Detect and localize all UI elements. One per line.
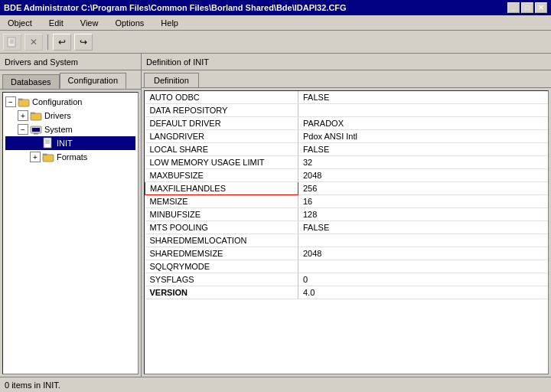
property-value: 128 xyxy=(298,208,549,221)
title-bar-controls: _ □ ✕ xyxy=(507,2,547,13)
left-tabs: Databases Configuration xyxy=(0,70,141,90)
tab-databases[interactable]: Databases xyxy=(2,74,60,89)
property-name: MAXBUFSIZE xyxy=(145,169,298,182)
property-row[interactable]: SQLQRYMODE xyxy=(145,260,549,273)
folder-icon xyxy=(30,123,42,136)
new-button[interactable] xyxy=(3,34,21,51)
toolbar-separator xyxy=(47,34,48,50)
property-value xyxy=(298,260,549,273)
tree-item-configuration[interactable]: −Configuration xyxy=(5,95,135,109)
property-row[interactable]: AUTO ODBCFALSE xyxy=(145,91,549,104)
property-row[interactable]: MTS POOLINGFALSE xyxy=(145,221,549,234)
left-panel: Drivers and System Databases Configurati… xyxy=(0,54,142,377)
toolbar: ✕ ↩ ↪ xyxy=(0,31,551,54)
property-value: PARADOX xyxy=(298,117,549,130)
property-name: LANGDRIVER xyxy=(145,130,298,143)
svg-rect-0 xyxy=(8,38,15,47)
property-row[interactable]: DEFAULT DRIVERPARADOX xyxy=(145,117,549,130)
property-row[interactable]: SYSFLAGS0 xyxy=(145,273,549,286)
property-row[interactable]: LOW MEMORY USAGE LIMIT32 xyxy=(145,156,549,169)
property-value: 32 xyxy=(298,156,549,169)
right-tabs: Definition xyxy=(142,70,551,88)
menu-item-object[interactable]: Object xyxy=(3,17,37,29)
tree-item-system[interactable]: −System xyxy=(5,122,135,136)
property-name: DATA REPOSITORY xyxy=(145,104,298,117)
tree-expand-icon[interactable]: + xyxy=(30,152,41,162)
property-name: MTS POOLING xyxy=(145,221,298,234)
svg-rect-8 xyxy=(34,133,38,135)
property-value: 2048 xyxy=(298,247,549,260)
property-name: SQLQRYMODE xyxy=(145,260,298,273)
svg-rect-4 xyxy=(18,100,29,106)
tab-configuration[interactable]: Configuration xyxy=(60,73,126,89)
svg-rect-5 xyxy=(31,113,41,120)
property-value: 4.0 xyxy=(298,286,549,299)
left-panel-title: Drivers and System xyxy=(5,57,78,67)
property-name: SHAREDMEMLOCATION xyxy=(145,234,298,247)
tree-item-drivers[interactable]: +Drivers xyxy=(5,109,135,122)
right-panel: Definition of INIT Definition AUTO ODBCF… xyxy=(142,54,551,377)
tree-expand-icon[interactable]: − xyxy=(5,96,16,107)
minimize-button[interactable]: _ xyxy=(507,2,520,13)
property-row[interactable]: MAXFILEHANDLES256 xyxy=(145,182,549,195)
property-value: FALSE xyxy=(298,143,549,156)
property-row[interactable]: MINBUFSIZE128 xyxy=(145,208,549,221)
menu-item-view[interactable]: View xyxy=(76,17,103,29)
properties-area: AUTO ODBCFALSEDATA REPOSITORYDEFAULT DRI… xyxy=(144,90,549,374)
property-row[interactable]: DATA REPOSITORY xyxy=(145,104,549,117)
svg-rect-13 xyxy=(43,155,54,162)
status-text: 0 items in INIT. xyxy=(5,381,60,390)
folder-icon xyxy=(42,151,54,163)
property-value xyxy=(298,234,549,247)
property-value: 0 xyxy=(298,273,549,286)
tree-view: −Configuration+Drivers−SystemINIT+Format… xyxy=(2,92,139,374)
tree-expand-icon[interactable]: + xyxy=(18,110,28,121)
tree-label: Formats xyxy=(57,152,87,162)
property-row[interactable]: MEMSIZE16 xyxy=(145,195,549,208)
undo-button[interactable]: ↩ xyxy=(53,34,71,51)
properties-table: AUTO ODBCFALSEDATA REPOSITORYDEFAULT DRI… xyxy=(145,91,548,299)
folder-icon xyxy=(18,96,30,108)
property-row[interactable]: VERSION4.0 xyxy=(145,286,549,299)
property-value: Pdox ANSI Intl xyxy=(298,130,549,143)
property-value: 16 xyxy=(298,195,549,208)
property-value: 256 xyxy=(298,182,549,195)
title-text: BDE Administrator C:\Program Files\Commo… xyxy=(4,3,347,12)
tree-expand-icon[interactable]: − xyxy=(18,124,28,135)
tree-label: Configuration xyxy=(32,97,82,106)
svg-rect-7 xyxy=(32,128,40,132)
tree-label: Drivers xyxy=(44,111,71,120)
delete-button[interactable]: ✕ xyxy=(24,34,43,51)
maximize-button[interactable]: □ xyxy=(521,2,533,13)
tree-item-formats[interactable]: +Formats xyxy=(5,150,135,164)
property-name: SYSFLAGS xyxy=(145,273,298,286)
property-name: MINBUFSIZE xyxy=(145,208,298,221)
menu-item-options[interactable]: Options xyxy=(110,17,148,29)
title-bar: BDE Administrator C:\Program Files\Commo… xyxy=(0,0,551,15)
close-button[interactable]: ✕ xyxy=(535,2,547,13)
tree-label: INIT xyxy=(57,139,73,148)
redo-button[interactable]: ↪ xyxy=(74,34,93,51)
property-row[interactable]: SHAREDMEMSIZE2048 xyxy=(145,247,549,260)
property-name: AUTO ODBC xyxy=(145,91,298,104)
status-bar: 0 items in INIT. xyxy=(0,377,551,392)
property-value xyxy=(298,104,549,117)
folder-icon xyxy=(30,109,42,122)
tab-definition[interactable]: Definition xyxy=(144,73,199,87)
menu-item-edit[interactable]: Edit xyxy=(44,17,68,29)
property-name: DEFAULT DRIVER xyxy=(145,117,298,130)
right-panel-header: Definition of INIT xyxy=(142,54,551,70)
property-row[interactable]: SHAREDMEMLOCATION xyxy=(145,234,549,247)
property-row[interactable]: MAXBUFSIZE2048 xyxy=(145,169,549,182)
menu-bar: ObjectEditViewOptionsHelp xyxy=(0,15,551,31)
menu-item-help[interactable]: Help xyxy=(156,17,183,29)
page-icon xyxy=(42,137,54,149)
property-name: VERSION xyxy=(145,286,298,299)
tree-item-init[interactable]: INIT xyxy=(5,136,135,150)
svg-rect-9 xyxy=(44,138,51,148)
property-row[interactable]: LOCAL SHAREFALSE xyxy=(145,143,549,156)
property-name: LOCAL SHARE xyxy=(145,143,298,156)
property-row[interactable]: LANGDRIVERPdox ANSI Intl xyxy=(145,130,549,143)
property-name: SHAREDMEMSIZE xyxy=(145,247,298,260)
property-value: FALSE xyxy=(298,221,549,234)
